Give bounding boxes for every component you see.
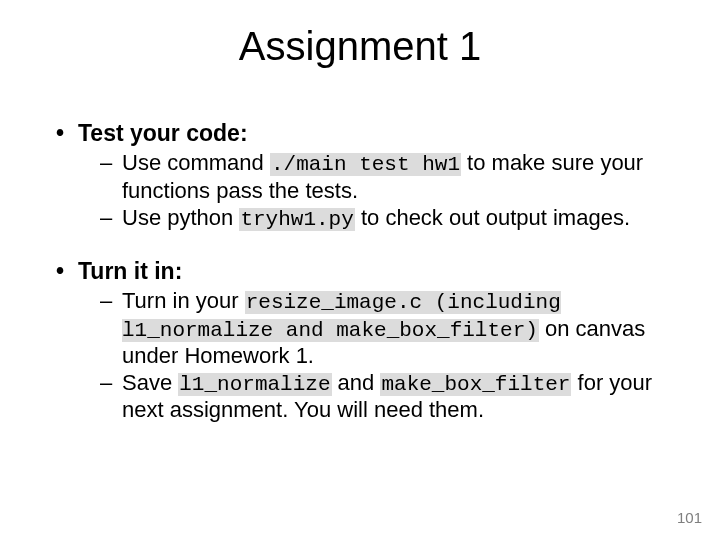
text-fragment: Use python [122,205,239,230]
slide-title: Assignment 1 [0,24,720,69]
slide: Assignment 1 Test your code: Use command… [0,0,720,540]
bullet-item: Use command ./main test hw1 to make sure… [100,150,666,202]
bullet-item: Turn in your resize_image.c (including l… [100,288,666,368]
text-fragment: and [332,370,381,395]
text-fragment: Turn in your [122,288,245,313]
section-test: Test your code: Use command ./main test … [56,120,666,232]
code-fragment: make_box_filter [380,373,571,396]
slide-body: Test your code: Use command ./main test … [56,120,666,428]
code-fragment: tryhw1.py [239,208,354,231]
code-fragment: l1_normalize [178,373,331,396]
section-header: Test your code: [56,120,666,146]
text-fragment: to check out output images. [355,205,630,230]
page-number: 101 [677,509,702,526]
section-turnin: Turn it in: Turn in your resize_image.c … [56,258,666,422]
text-fragment: Save [122,370,178,395]
text-fragment: Use command [122,150,270,175]
bullet-item: Use python tryhw1.py to check out output… [100,205,666,232]
section-header: Turn it in: [56,258,666,284]
code-fragment: ./main test hw1 [270,153,461,176]
bullet-item: Save l1_normalize and make_box_filter fo… [100,370,666,422]
